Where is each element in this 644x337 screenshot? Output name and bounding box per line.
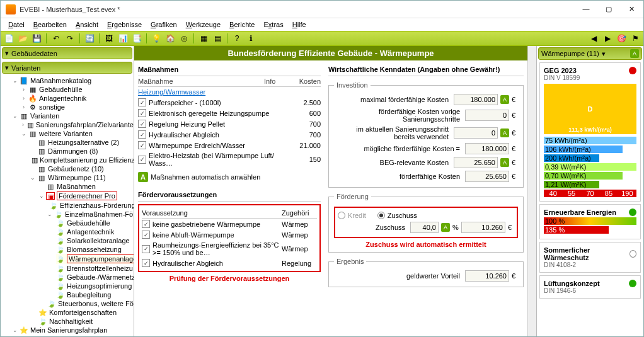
tree-item[interactable]: ⭐Komforteigenschaften	[38, 308, 134, 317]
radio-kredit[interactable]: Kredit	[338, 212, 366, 219]
card-sommer[interactable]: Sommerlicher Wärmeschutz DIN 4108-2	[539, 242, 641, 273]
tb-fwd-icon[interactable]: ▶	[602, 33, 613, 44]
tb-home-icon[interactable]: 🏠	[164, 33, 176, 44]
tb-info-icon[interactable]: ℹ	[245, 33, 256, 44]
card-geg[interactable]: GEG 2023 DIN V 18599 D 111,3 kWh/(m²a) 7…	[539, 62, 641, 202]
zuschuss-note: Zuschuss wird automatisch ermittelt	[334, 238, 518, 248]
tb-grid-icon[interactable]: ▦	[198, 33, 209, 44]
checkbox-icon[interactable]: ✓	[138, 120, 146, 128]
checkbox-icon[interactable]: ✓	[138, 141, 146, 149]
kv-input[interactable]	[454, 94, 498, 105]
tree-msf[interactable]: ⌄⭐Mein Sanierungsfahrplan	[12, 326, 134, 334]
tree-item[interactable]: ▥Komplettsanierung zu Effizienzha…	[30, 156, 134, 164]
card-erneuerbare[interactable]: Erneuerbare Energien 100 % 135 %	[539, 204, 641, 239]
menu-berichte[interactable]: Berichte	[226, 20, 258, 30]
tb-refresh-icon[interactable]: 🔄	[84, 33, 95, 44]
tree-wp-massnahmen[interactable]: ▥Maßnahmen	[38, 182, 134, 191]
tree-cat-sonstige[interactable]: ›⚙sonstige	[21, 103, 134, 111]
tree-item[interactable]: ▥Gebäudenetz (10)	[30, 164, 134, 173]
tb-target-icon[interactable]: 🎯	[616, 33, 627, 44]
mass-row[interactable]: ✓Pufferspeicher - (1000l)2.500	[138, 97, 321, 108]
kv-input[interactable]	[465, 143, 509, 154]
tree-leaf[interactable]: 🍃Anlagentechnik	[56, 227, 134, 236]
tree-leaf[interactable]: 🍃Solarkollektoranlage	[56, 236, 134, 245]
tb-circle-icon[interactable]: ◎	[178, 33, 190, 44]
checkbox-icon[interactable]: ✓	[138, 98, 146, 106]
kv-input[interactable]	[465, 171, 509, 182]
tree-item[interactable]: ⌄🍃Einzelmaßnahmen-Förder…	[47, 210, 134, 219]
menu-grafiken[interactable]: Grafiken	[147, 20, 181, 30]
right-panel-title: Wärmepumpe (11)	[541, 50, 599, 57]
main-content: Bundesförderung Effiziente Gebäude - Wär…	[134, 46, 536, 336]
tb-save-icon[interactable]: 💾	[31, 33, 42, 44]
tree-varianten[interactable]: ⌄▥Varianten	[12, 111, 134, 120]
tree-item[interactable]: ▥Heizungsalternative (2)	[30, 138, 134, 147]
menu-extras[interactable]: Extras	[260, 20, 287, 30]
checkbox-icon: ✓	[142, 231, 150, 239]
menu-hilfe[interactable]: Hilfe	[289, 20, 310, 30]
tree-item[interactable]: 🍃Steuerbonus, weitere För	[47, 299, 134, 308]
tree-leaf[interactable]: 🍃Baubegleitung	[56, 290, 134, 299]
tree-leaf[interactable]: 🍃Biomasseheizung	[56, 245, 134, 254]
panel-gebaeudedaten[interactable]: ▾Gebäudedaten	[2, 47, 132, 59]
tb-help-icon[interactable]: ?	[231, 33, 243, 44]
kv-input[interactable]	[454, 157, 498, 168]
tree-var-sanierung[interactable]: ›▥Sanierungsfahrplan/Zielvariante	[21, 120, 134, 129]
kv-input[interactable]	[454, 127, 498, 139]
card-luft[interactable]: Lüftungskonzept DIN 1946-6	[539, 275, 641, 299]
menu-ansicht[interactable]: Ansicht	[72, 20, 102, 30]
tree-cat-anlagentechnik[interactable]: ›🔥Anlagentechnik	[21, 94, 134, 103]
minimize-button[interactable]: —	[579, 5, 593, 13]
heizung-link[interactable]: Heizung/Warmwasser	[138, 88, 205, 96]
tree-leaf[interactable]: 🍃Gebäude-/Wärmenetz	[56, 273, 134, 282]
mass-row[interactable]: ✓Regelung Heizung Pellet700	[138, 118, 321, 129]
tb-open-icon[interactable]: 📂	[17, 33, 28, 44]
menu-werkzeuge[interactable]: Werkzeuge	[182, 20, 224, 30]
tree-leaf[interactable]: 🍃Heizungsoptimierung	[56, 282, 134, 290]
radio-zuschuss[interactable]: Zuschuss	[377, 212, 417, 219]
tree-item[interactable]: 🍃Effizienzhaus-Förderung	[47, 201, 134, 210]
tb-doc-icon[interactable]: 📑	[131, 33, 142, 44]
tree-waermepumpe[interactable]: ⌄▥Wärmepumpe (11)	[30, 173, 134, 182]
menu-ergebnisse[interactable]: Ergebnisse	[103, 20, 146, 30]
tree-item[interactable]: ▥Dämmungen (8)	[30, 147, 134, 156]
tb-bulb-icon[interactable]: 💡	[151, 33, 162, 44]
window-controls: — ▢ ✕	[579, 5, 638, 13]
scrollbar-vertical[interactable]	[527, 46, 536, 336]
tree-item[interactable]: ▥Zustand	[21, 334, 134, 336]
zuschuss-input[interactable]	[410, 222, 439, 233]
tb-flag-icon[interactable]: ⚑	[630, 33, 641, 44]
tb-picture-icon[interactable]: 🖼	[103, 33, 115, 44]
investition-group: Investition maximal förderfähige KostenA…	[328, 81, 524, 188]
mass-row[interactable]: ✓Elektro-Heizstab (bei Wärmepumpe Luft/ …	[138, 151, 321, 168]
tree-cat-gebaeudehuelle[interactable]: ›▦Gebäudehülle	[21, 85, 134, 94]
tb-grid2-icon[interactable]: ▤	[212, 33, 223, 44]
sommer-sub: DIN 4108-2	[544, 261, 636, 268]
tb-redo-icon[interactable]: ↷	[64, 33, 76, 44]
menu-datei[interactable]: Datei	[4, 20, 28, 30]
kv-input[interactable]	[465, 110, 509, 121]
tb-chart-icon[interactable]: 📊	[117, 33, 129, 44]
tree-leaf-waermepumpenanlage[interactable]: 🍃Wärmepumpenanlage	[56, 254, 134, 264]
tb-back-icon[interactable]: ◀	[588, 33, 599, 44]
checkbox-icon[interactable]: ✓	[138, 109, 146, 117]
panel-varianten[interactable]: ▾Varianten	[2, 62, 132, 74]
mass-row[interactable]: ✓Hydraulischer Abgleich700	[138, 129, 321, 140]
tb-new-icon[interactable]: 📄	[3, 33, 14, 44]
tree-wp-foerderrechner[interactable]: ⌄▣Förderrechner Pro	[38, 191, 134, 201]
mass-row[interactable]: ✓Elektronisch geregelte Heizungspumpe600	[138, 108, 321, 118]
close-button[interactable]: ✕	[624, 5, 638, 13]
tree-leaf[interactable]: 🍃Brennstoffzellenheizu	[56, 264, 134, 273]
menu-bearbeiten[interactable]: Bearbeiten	[30, 20, 71, 30]
right-panel-head[interactable]: Wärmepumpe (11) ▾ A	[538, 47, 642, 60]
checkbox-icon[interactable]: ✓	[138, 156, 146, 164]
mass-row[interactable]: ✓Wärmepumpe Erdreich/Wasser21.000	[138, 140, 321, 151]
auto-select-button[interactable]: A Maßnahmen automatisch anwählen	[138, 172, 321, 182]
tree-item[interactable]: 🍃Nachhaltigkeit	[38, 317, 134, 326]
tree-massnahmenkatalog[interactable]: ⌄📘Maßnahmenkatalog	[12, 76, 134, 85]
checkbox-icon[interactable]: ✓	[138, 130, 146, 139]
tree-leaf[interactable]: 🍃Gebäudehülle	[56, 219, 134, 227]
tb-undo-icon[interactable]: ↶	[50, 33, 62, 44]
tree-var-weitere[interactable]: ⌄▥weitere Varianten	[21, 129, 134, 138]
maximize-button[interactable]: ▢	[602, 5, 616, 13]
